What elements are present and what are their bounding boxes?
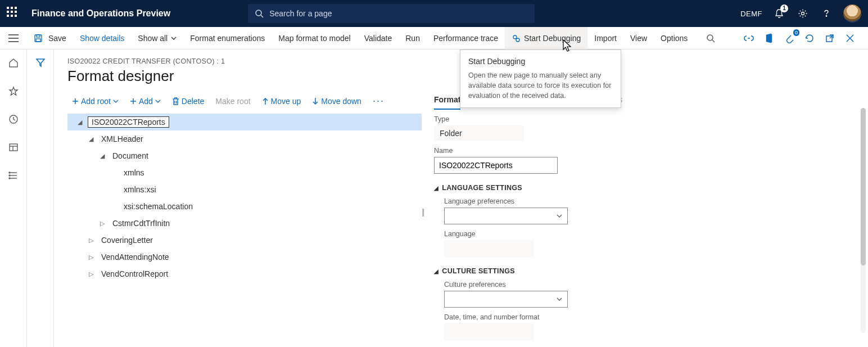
expand-icon[interactable]: ▷ [87,254,96,261]
tree-node-covering[interactable]: ▷ CoveringLetter [67,232,422,249]
language-label: Language [444,230,855,238]
debug-icon [512,34,521,43]
tree-node-label: Document [110,150,151,161]
command-search-icon[interactable] [702,29,720,47]
navbar-right: DEMF 1 [740,4,861,22]
office-icon[interactable] [760,29,778,47]
delete-button[interactable]: Delete [168,94,209,108]
add-root-button[interactable]: Add root [67,94,123,108]
view-button[interactable]: View [623,27,654,49]
nav-toggle-icon[interactable] [0,27,27,49]
favorites-icon[interactable] [4,82,22,100]
culture-settings-header[interactable]: ◢ CULTURE SETTINGS [434,267,855,275]
tree-node-vendattend[interactable]: ▷ VendAttendingNote [67,249,422,265]
more-button[interactable]: ··· [368,93,389,109]
map-format-button[interactable]: Map format to model [272,27,357,49]
language-pref-dropdown[interactable] [444,208,568,224]
tree-node-xmlns[interactable]: · xmlns [67,164,422,181]
name-input[interactable] [434,157,558,174]
date-format-label: Date, time, and number format [444,313,855,321]
command-bar-right: 0 [702,29,864,47]
settings-icon[interactable] [796,7,810,20]
svg-rect-9 [36,39,40,42]
recent-icon[interactable] [4,110,22,128]
add-button[interactable]: Add [125,94,165,108]
tree-node-xmlnsxsi[interactable]: · xmlns:xsi [67,181,422,198]
run-button[interactable]: Run [399,27,427,49]
expand-icon[interactable]: ▷ [98,220,107,227]
workspaces-icon[interactable] [4,138,22,156]
filter-icon[interactable] [35,57,46,347]
arrow-down-icon [312,97,319,105]
user-avatar[interactable] [843,4,861,22]
show-all-button[interactable]: Show all [131,27,183,49]
collapse-icon[interactable]: ◢ [75,119,84,126]
attachments-icon[interactable]: 0 [780,29,798,47]
search-placeholder: Search for a page [269,9,332,18]
language-value [444,240,534,257]
culture-pref-dropdown[interactable] [444,291,568,308]
format-enumerations-button[interactable]: Format enumerations [183,27,272,49]
collapse-icon[interactable]: ◢ [87,136,96,143]
top-navbar: Finance and Operations Preview Search fo… [0,0,868,27]
tree-node-label: xmlns:xsi [121,184,159,195]
tree-node-label: ISO20022CTReports [88,116,169,128]
link-icon[interactable] [740,29,758,47]
svg-rect-8 [37,35,40,37]
language-settings-header[interactable]: ◢ LANGUAGE SETTINGS [434,184,855,192]
close-icon[interactable] [841,29,859,47]
options-button[interactable]: Options [654,27,694,49]
performance-trace-button[interactable]: Performance trace [427,27,505,49]
app-title: Finance and Operations Preview [31,8,170,19]
validate-button[interactable]: Validate [358,27,399,49]
chevron-down-icon [556,214,563,218]
save-icon [34,34,43,43]
tab-format[interactable]: Format [434,93,460,110]
save-button[interactable]: Save [27,27,73,49]
collapse-icon[interactable]: ◢ [98,152,107,160]
svg-marker-18 [10,87,17,95]
start-debugging-button[interactable]: Start Debugging [505,27,587,49]
tree-node-cstmr[interactable]: ▷ CstmrCdtTrfInitn [67,215,422,232]
svg-point-2 [801,12,804,15]
tree-node-label: XMLHeader [99,133,146,145]
scrollbar-thumb[interactable] [861,108,866,265]
tree-node-label: xmlns [121,167,147,178]
tree-node-label: VendControlReport [99,268,170,280]
tree-node-root[interactable]: ◢ ISO20022CTReports [67,114,422,130]
tree-node-document[interactable]: ◢ Document [67,147,422,164]
tree-node-schema[interactable]: · xsi:schemaLocation [67,198,422,215]
modules-icon[interactable] [4,166,22,184]
tree-node-label: CoveringLetter [99,235,155,246]
tree-node-vendcontrol[interactable]: ▷ VendControlReport [67,265,422,282]
popout-icon[interactable] [821,29,839,47]
global-search-input[interactable]: Search for a page [248,4,535,23]
expand-icon[interactable]: ▷ [87,271,96,278]
notifications-icon[interactable]: 1 [772,7,786,20]
svg-point-12 [707,35,713,40]
culture-pref-label: Culture preferences [444,281,855,289]
scrollbar[interactable] [861,108,866,333]
move-down-button[interactable]: Move down [308,94,366,108]
legal-entity-label[interactable]: DEMF [740,10,762,18]
expand-icon[interactable]: ▷ [87,237,96,244]
svg-marker-29 [37,59,44,66]
filter-column [27,49,54,347]
help-icon[interactable] [820,7,833,20]
make-root-button: Make root [211,94,255,108]
chevron-down-icon [155,100,161,103]
refresh-icon[interactable] [801,29,819,47]
app-launcher-icon[interactable] [7,7,20,20]
svg-line-1 [261,15,263,17]
home-icon[interactable] [4,54,22,72]
collapse-icon: ◢ [434,268,438,274]
chevron-down-icon [556,297,563,301]
format-tree: ◢ ISO20022CTReports ◢ XMLHeader ◢ Docume… [67,114,422,282]
splitter-handle[interactable]: || [422,208,423,217]
show-details-button[interactable]: Show details [73,27,131,49]
import-button[interactable]: Import [587,27,623,49]
tree-node-xmlheader[interactable]: ◢ XMLHeader [67,130,422,147]
arrow-up-icon [262,97,269,105]
type-value: Folder [434,125,524,141]
move-up-button[interactable]: Move up [257,94,306,108]
